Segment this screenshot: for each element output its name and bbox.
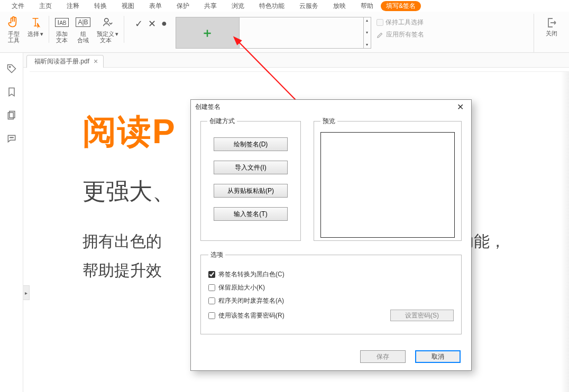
tool-predef-label: 预定义 文本 [97, 31, 114, 43]
preview-group: 预览 [314, 117, 462, 241]
dialog-title-text: 创建签名 [195, 102, 221, 111]
predef-text-icon [100, 15, 115, 30]
nav-sidebar [0, 53, 23, 392]
opt-discard-label: 程序关闭时废弃签名(A) [218, 296, 284, 305]
tool-group-field[interactable]: A|B 组 合域 [72, 14, 94, 52]
close-fill-sign[interactable]: 关闭 [534, 14, 566, 52]
document-tab-label: 福昕阅读器手册.pdf [34, 57, 89, 66]
document-tab[interactable]: 福昕阅读器手册.pdf × [26, 55, 104, 68]
group-field-icon: A|B [76, 15, 90, 30]
tool-predef-text[interactable]: 预定义 文本▾ [94, 14, 122, 52]
chevron-down-icon: ▾ [40, 31, 43, 37]
tag-icon[interactable] [6, 63, 17, 74]
set-password-button[interactable]: 设置密码(S) [390, 310, 454, 321]
tool-add-text[interactable]: IAB 添加 文本 [51, 14, 72, 52]
signature-gallery: ＋ ▴ ▾ ▾ [176, 17, 371, 49]
svg-point-1 [9, 67, 10, 68]
dialog-titlebar[interactable]: 创建签名 ✕ [191, 100, 471, 114]
shape-check-icon[interactable]: ✓ [135, 18, 143, 30]
close-tab-icon[interactable]: × [94, 57, 98, 66]
signature-gallery-scroll[interactable]: ▴ ▾ ▾ [363, 17, 371, 48]
hand-icon [6, 15, 21, 30]
separator [124, 16, 124, 43]
save-button[interactable]: 保存 [360, 350, 406, 363]
opt-bw-label: 将签名转换为黑白色(C) [218, 270, 284, 279]
opt-pwd-checkbox[interactable] [208, 312, 215, 319]
text-select-icon [28, 15, 43, 30]
menu-home[interactable]: 主页 [32, 1, 59, 12]
options-group: 选项 将签名转换为黑白色(C) 保留原始大小(K) 程序关闭时废弃签名(A) 使… [200, 250, 462, 334]
comment-icon[interactable] [6, 133, 17, 144]
type-signature-button[interactable]: 输入签名(T) [214, 207, 288, 221]
bookmark-icon[interactable] [6, 87, 17, 97]
sidebar-toggle[interactable]: ▸ [23, 285, 30, 300]
create-method-legend: 创建方式 [207, 117, 237, 126]
menu-help[interactable]: 帮助 [353, 1, 381, 12]
tool-select-label: 选择 [27, 31, 39, 37]
tool-hand-label: 手型 工具 [8, 31, 20, 43]
import-file-button[interactable]: 导入文件(I) [214, 161, 288, 174]
pages-icon[interactable] [6, 110, 17, 120]
page-divider-shadow [561, 72, 569, 392]
menu-protect[interactable]: 保护 [169, 1, 197, 12]
menu-comment[interactable]: 注释 [59, 1, 87, 12]
menu-browse[interactable]: 浏览 [224, 1, 252, 12]
tool-select[interactable]: 选择▾ [24, 14, 47, 52]
dialog-close-button[interactable]: ✕ [454, 102, 467, 112]
svg-point-0 [104, 18, 108, 22]
menu-cloud[interactable]: 云服务 [292, 1, 326, 12]
fill-shapes: ✓ ✕ ● [126, 14, 172, 52]
keep-tool-label: 保持工具选择 [386, 18, 424, 27]
shape-dot-icon[interactable]: ● [161, 18, 167, 29]
doc-para-1a: 拥有出色的 [82, 232, 162, 250]
keep-tool-checkbox[interactable]: 保持工具选择 [377, 18, 424, 27]
apply-all-label: 应用所有签名 [386, 30, 424, 39]
menu-bar: 文件 主页 注释 转换 视图 表单 保护 共享 浏览 特色功能 云服务 放映 帮… [0, 0, 569, 12]
tool-group-field-label: 组 合域 [77, 31, 89, 43]
plus-icon: ＋ [201, 24, 214, 41]
opt-keep-label: 保留原始大小(K) [218, 283, 265, 292]
paste-clipboard-button[interactable]: 从剪贴板粘贴(P) [214, 184, 288, 198]
tool-hand[interactable]: 手型 工具 [3, 14, 24, 52]
opt-keep-checkbox[interactable] [208, 284, 215, 291]
tool-add-text-label: 添加 文本 [56, 31, 68, 43]
signature-options: 保持工具选择 应用所有签名 [371, 14, 424, 52]
chevron-down-icon: ▾ [366, 31, 368, 35]
menu-feature[interactable]: 特色功能 [252, 1, 292, 12]
cancel-button[interactable]: 取消 [415, 350, 461, 363]
document-tab-bar: 福昕阅读器手册.pdf × [0, 53, 569, 68]
opt-pwd-label: 使用该签名需要密码(R) [218, 311, 284, 320]
chevron-up-icon: ▴ [366, 18, 368, 23]
svg-point-6 [12, 137, 13, 138]
menu-share[interactable]: 共享 [197, 1, 224, 12]
preview-canvas [320, 132, 455, 238]
drop-icon: ▾ [366, 43, 368, 47]
separator [49, 16, 49, 43]
exit-icon [545, 16, 558, 30]
svg-point-4 [10, 137, 10, 138]
add-text-icon: IAB [54, 15, 69, 30]
create-signature-dialog: 创建签名 ✕ 创建方式 绘制签名(D) 导入文件(I) 从剪贴板粘贴(P) 输入… [190, 99, 472, 371]
opt-discard-checkbox[interactable] [208, 297, 215, 304]
options-legend: 选项 [208, 250, 225, 259]
menu-view[interactable]: 视图 [114, 1, 142, 12]
add-signature-button[interactable]: ＋ [176, 17, 240, 48]
shape-x-icon[interactable]: ✕ [148, 18, 156, 30]
apply-all-link[interactable]: 应用所有签名 [377, 30, 424, 39]
menu-slideshow[interactable]: 放映 [326, 1, 353, 12]
menu-fill-sign[interactable]: 填写&签名 [381, 1, 421, 11]
close-label: 关闭 [546, 30, 557, 38]
chevron-down-icon: ▾ [115, 31, 118, 43]
menu-form[interactable]: 表单 [142, 1, 169, 12]
menu-convert[interactable]: 转换 [87, 1, 114, 12]
menu-file[interactable]: 文件 [4, 1, 32, 12]
ribbon: 手型 工具 选择▾ IAB 添加 文本 A|B 组 合域 预定义 文本▾ ✓ ✕… [0, 12, 569, 53]
opt-bw-checkbox[interactable] [208, 271, 215, 278]
create-method-group: 创建方式 绘制签名(D) 导入文件(I) 从剪贴板粘贴(P) 输入签名(T) [200, 117, 301, 241]
draw-signature-button[interactable]: 绘制签名(D) [214, 137, 288, 151]
preview-legend: 预览 [320, 117, 337, 126]
pen-icon [377, 31, 384, 39]
svg-point-5 [11, 137, 12, 138]
